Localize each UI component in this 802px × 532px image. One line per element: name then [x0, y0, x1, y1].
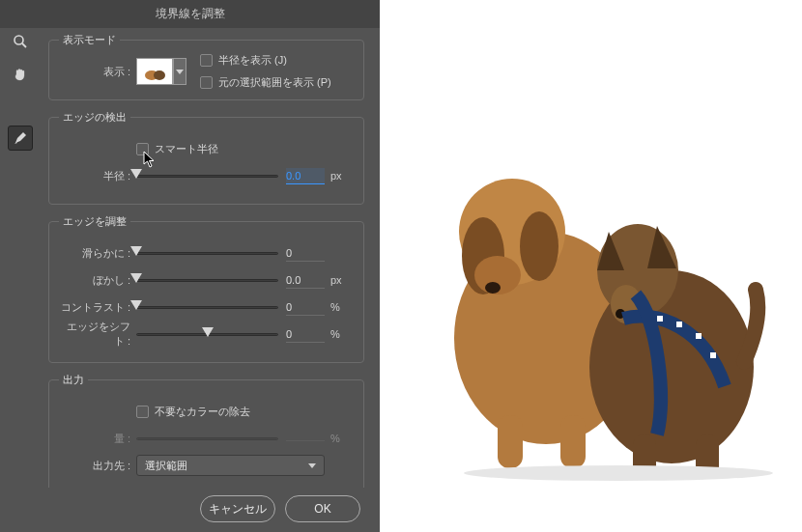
- svg-rect-18: [696, 333, 702, 339]
- shift-slider[interactable]: [136, 326, 278, 342]
- show-radius-label: 半径を表示 (J): [218, 53, 287, 68]
- smart-radius-checkbox[interactable]: [136, 143, 149, 155]
- chevron-down-icon: [176, 70, 184, 74]
- refine-edge-dialog: 境界線を調整 表示モード 表示 :: [0, 0, 380, 532]
- svg-rect-10: [498, 415, 523, 468]
- remove-color-label: 不要なカラーの除去: [155, 405, 250, 419]
- hand-icon: [13, 67, 28, 82]
- radius-slider[interactable]: [136, 168, 278, 183]
- output-group: 出力 不要なカラーの除去 量 : % 出力先 : 選択範囲: [48, 373, 364, 488]
- swatch-preview-icon: [140, 62, 169, 81]
- chevron-down-icon: [308, 463, 316, 468]
- output-legend: 出力: [59, 373, 88, 387]
- edge-adjust-legend: エッジを調整: [59, 214, 130, 229]
- remove-color-checkbox[interactable]: [136, 406, 149, 418]
- feather-label: ぼかし :: [59, 273, 130, 288]
- tool-strip: [8, 29, 37, 158]
- smart-radius-label: スマート半径: [155, 142, 218, 156]
- svg-point-0: [14, 36, 23, 44]
- contrast-value[interactable]: 0: [286, 299, 325, 316]
- svg-rect-19: [710, 352, 716, 358]
- dogs-preview-image: [415, 126, 792, 483]
- feather-unit: px: [330, 274, 354, 286]
- svg-rect-16: [657, 316, 663, 322]
- dialog-footer: キャンセル OK: [0, 495, 380, 522]
- contrast-label: コントラスト :: [59, 300, 130, 315]
- refine-brush-icon: [13, 130, 28, 146]
- show-original-checkbox-row[interactable]: 元の選択範囲を表示 (P): [200, 75, 331, 90]
- amount-slider: [136, 431, 278, 446]
- svg-point-22: [464, 465, 773, 481]
- feather-value[interactable]: 0.0: [286, 272, 325, 289]
- svg-rect-11: [560, 415, 586, 468]
- output-to-select[interactable]: 選択範囲: [136, 455, 325, 476]
- show-label: 表示 :: [59, 65, 130, 79]
- show-original-checkbox[interactable]: [200, 76, 213, 89]
- radius-label: 半径 :: [59, 169, 130, 183]
- smooth-label: 滑らかに :: [59, 246, 130, 261]
- edge-adjust-group: エッジを調整 滑らかに : 0 ぼかし : 0.0 px コントラスト : 0 …: [48, 214, 364, 363]
- output-to-value: 選択範囲: [145, 459, 187, 473]
- feather-slider[interactable]: [136, 272, 278, 288]
- view-mode-dropdown[interactable]: [173, 58, 186, 85]
- view-mode-swatch[interactable]: [136, 58, 173, 85]
- zoom-icon: [13, 34, 28, 49]
- svg-rect-17: [676, 322, 682, 327]
- amount-unit: %: [330, 433, 354, 444]
- show-original-label: 元の選択範囲を表示 (P): [218, 75, 331, 90]
- zoom-tool[interactable]: [8, 29, 33, 54]
- contrast-unit: %: [330, 301, 354, 313]
- view-mode-group: 表示モード 表示 : 半径を表示 (J) 元の選択範: [48, 33, 364, 100]
- shift-label: エッジをシフト :: [59, 320, 130, 349]
- refine-brush-tool[interactable]: [8, 126, 33, 151]
- contrast-slider[interactable]: [136, 299, 278, 315]
- dialog-content: 表示モード 表示 : 半径を表示 (J) 元の選択範: [44, 23, 368, 488]
- smooth-slider[interactable]: [136, 245, 278, 261]
- svg-point-9: [485, 282, 501, 294]
- radius-unit: px: [330, 170, 354, 182]
- svg-line-1: [22, 43, 26, 47]
- ok-button[interactable]: OK: [285, 495, 360, 522]
- show-radius-checkbox-row[interactable]: 半径を表示 (J): [200, 53, 331, 68]
- show-radius-checkbox[interactable]: [200, 54, 213, 67]
- amount-label: 量 :: [59, 432, 130, 446]
- hand-tool[interactable]: [8, 62, 33, 87]
- edge-detect-legend: エッジの検出: [59, 110, 130, 125]
- radius-value[interactable]: 0.0: [286, 168, 325, 184]
- cancel-button[interactable]: キャンセル: [200, 495, 275, 522]
- shift-unit: %: [330, 328, 354, 340]
- view-mode-legend: 表示モード: [59, 33, 120, 47]
- smooth-value[interactable]: 0: [286, 245, 325, 262]
- output-to-label: 出力先 :: [59, 459, 130, 473]
- amount-value: [286, 436, 325, 441]
- shift-value[interactable]: 0: [286, 326, 325, 343]
- svg-point-3: [154, 70, 165, 80]
- edge-detect-group: エッジの検出 スマート半径 半径 : 0.0 px: [48, 110, 364, 205]
- svg-point-7: [520, 211, 559, 281]
